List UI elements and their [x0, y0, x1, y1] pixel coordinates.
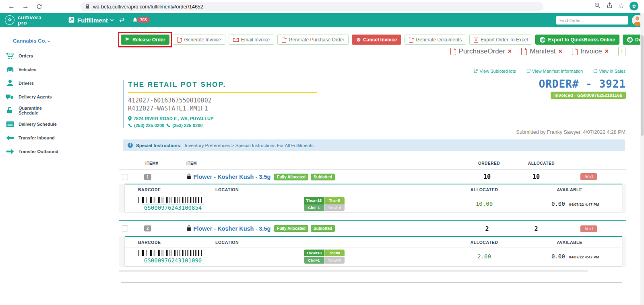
view-manifest-information-link[interactable]: View Manifest Information [526, 69, 583, 74]
sidebar-item-delivery-schedule[interactable]: Delivery Schedule [0, 117, 63, 131]
item-checkbox[interactable] [122, 174, 128, 180]
col-ordered: ORDERED [478, 161, 500, 166]
scrollbar-thumb[interactable] [641, 35, 644, 136]
sidebar-item-quarantine-schedule[interactable]: Quarantine Schedule [0, 104, 63, 117]
col-sub-allocated: ALLOCATED [471, 187, 498, 192]
page-scrollbar [640, 13, 644, 305]
col-available: AVAILABLE [557, 240, 582, 245]
cultivera-logo-icon: ✿ [5, 15, 14, 25]
cancel-invoice-button[interactable]: ⊗ Cancel Invoice [352, 35, 401, 45]
void-button[interactable]: Void [580, 173, 597, 180]
lock-icon [187, 173, 191, 180]
sublot-table-2: BARCODE LOCATION ALLOCATED AVAILABLE GS0… [125, 236, 622, 266]
pdf-icon [521, 48, 527, 55]
order-actions-toolbar: Release Order Generate Invoice Email Inv… [121, 35, 644, 45]
item-name-link[interactable]: Flower - Kosher Kush - 3.5g [194, 225, 271, 232]
special-instructions-banner: i Special Instructions: Inventory Prefer… [123, 139, 625, 151]
export-order-to-excel-button[interactable]: x Export Order To Excel [469, 35, 532, 45]
pdf-icon [572, 48, 578, 55]
invoice-pdf-link[interactable]: Invoice × [572, 47, 609, 55]
sidebar-item-orders[interactable]: Orders [0, 49, 63, 63]
barcode-link[interactable]: GS000976243101090 [142, 257, 204, 264]
email-invoice-button[interactable]: Email Invoice [229, 35, 274, 45]
generated-documents-row: PurchaseOrder × Manifest × Invoice × ⋮ [450, 47, 625, 56]
url-bar[interactable]: wa-beta.cultiverapro.com/fulfillment#/or… [80, 2, 543, 11]
nav-fulfillment-menu[interactable]: Fulfillment [68, 13, 113, 27]
manifest-pdf-link[interactable]: Manifest × [521, 47, 562, 55]
sidebar-item-vehicles[interactable]: Vehicles [0, 63, 63, 76]
external-link-icon [593, 69, 597, 73]
cbd-badge: Cbd=1 [304, 257, 324, 264]
brand-name: cultívera pro [18, 15, 41, 25]
available-value: 0.00 [551, 201, 565, 207]
purchase-order-pdf-link[interactable]: PurchaseOrder × [450, 47, 512, 55]
barcode-image [138, 250, 203, 256]
delete-purchase-order-icon[interactable]: × [508, 48, 512, 55]
fully-allocated-badge: Fully Allocated [274, 174, 308, 180]
delete-invoice-icon[interactable]: × [605, 48, 609, 55]
more-options-button[interactable]: ⋮ [618, 47, 625, 56]
item-number-badge: 2 [144, 225, 151, 231]
divider [119, 270, 588, 272]
available-timestamp: 04/07/22 4:47 PM [569, 203, 599, 207]
order-notes-textarea[interactable] [121, 282, 622, 305]
item-checkbox[interactable] [122, 225, 128, 231]
browser-back-icon[interactable]: ← [8, 2, 15, 11]
quickbooks-icon: qb [540, 37, 545, 43]
available-timestamp: 04/07/22 4:47 PM [569, 255, 599, 259]
list-icon [6, 120, 14, 129]
release-order-button[interactable]: Release Order [121, 35, 169, 45]
col-barcode: BARCODE [138, 187, 161, 192]
app-header: ✿ cultívera pro Fulfillment ⇄ 703 [0, 13, 644, 27]
generate-invoice-button[interactable]: Generate Invoice [173, 35, 225, 45]
zoom-out-icon[interactable] [594, 2, 601, 10]
notification-count-badge[interactable]: 703 [137, 17, 150, 23]
customer-address: 7824 RIVER ROAD E , WA, PUYALLUP [134, 116, 213, 121]
browser-bar: ← → wa-beta.cultiverapro.com/fulfillment… [0, 0, 644, 13]
license-number: 412027-6016367550010002 [128, 97, 324, 105]
barcode-link[interactable]: GS000976243100854 [142, 204, 204, 211]
col-item-num: ITEM# [145, 161, 158, 166]
generate-documents-button[interactable]: Generate Documents [405, 35, 466, 45]
arrow-right-icon [6, 147, 14, 156]
item-name-link[interactable]: Flower - Kosher Kush - 3.5g [194, 174, 271, 180]
total-badge: Total=0 [324, 204, 345, 211]
potency-badges: Thca=18 Thc=8 Cbd=1 Total=0 [304, 197, 345, 211]
cancel-circle-icon: ⊗ [356, 37, 361, 42]
allocated-qty: 2 [534, 225, 538, 233]
sidebar-item-drivers[interactable]: Drivers [0, 76, 63, 90]
pdf-icon [450, 48, 456, 55]
delete-manifest-icon[interactable]: × [558, 48, 562, 55]
sidebar-item-delivery-agents[interactable]: Delivery Agents [0, 90, 63, 104]
view-subloted-lots-link[interactable]: View Subloted lots [474, 69, 516, 74]
export-quickbooks-online-button[interactable]: qb Export to QuickBooks Online [535, 35, 619, 45]
sublotted-badge: Sublotted [311, 174, 335, 180]
sidebar-item-transfer-outbound[interactable]: Transfer Outbound [0, 145, 63, 158]
cart-icon [6, 51, 14, 60]
browser-forward-icon[interactable]: → [22, 2, 29, 11]
thc-badge: Thc=8 [324, 250, 345, 256]
browser-profile-avatar[interactable]: ✿ [630, 2, 638, 10]
sidebar-item-transfer-inbound[interactable]: Transfer Inbound [0, 131, 63, 145]
arrow-left-icon [6, 133, 14, 142]
external-link-icon [526, 69, 530, 73]
void-button[interactable]: Void [580, 225, 597, 232]
total-badge: Total=0 [324, 257, 345, 264]
available-value: 0.00 [551, 253, 565, 260]
find-order-input[interactable] [556, 16, 628, 25]
browser-refresh-icon[interactable] [36, 3, 42, 12]
company-selector[interactable]: Cannabis Co. [0, 38, 63, 44]
send-icon [125, 37, 130, 43]
quickbooks-icon: qb [627, 37, 633, 43]
transfer-swap-icon[interactable]: ⇄ [119, 16, 124, 23]
bookmark-star-icon[interactable]: ☆ [618, 2, 624, 10]
divider [128, 92, 317, 93]
url-text: wa-beta.cultiverapro.com/fulfillment#/or… [93, 4, 203, 10]
generate-purchase-order-button[interactable]: Generate Purchase Order [277, 35, 349, 45]
external-link-icon [474, 69, 478, 73]
map-pin-icon [128, 116, 132, 121]
share-icon[interactable] [606, 2, 613, 10]
customer-block: THE RETAIL POT SHOP. 412027-601636755001… [123, 80, 324, 128]
col-barcode: BARCODE [138, 240, 161, 245]
view-in-sales-link[interactable]: View in Sales [593, 69, 625, 74]
